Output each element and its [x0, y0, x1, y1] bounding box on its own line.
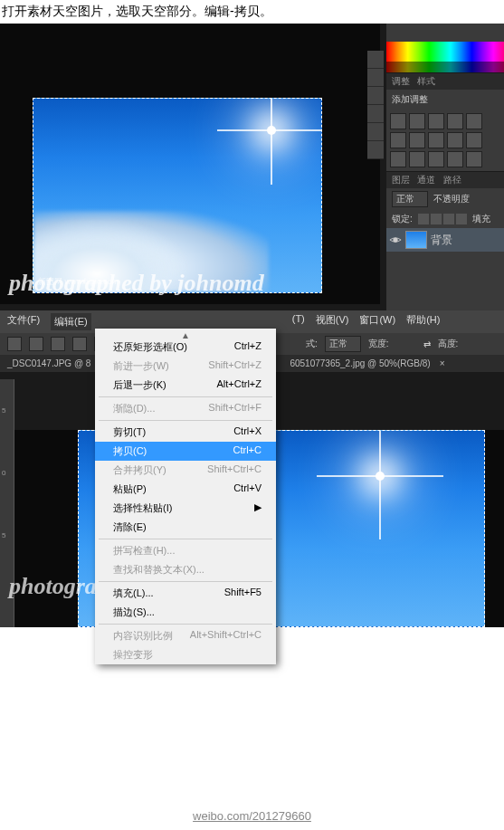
exposure-icon[interactable] — [447, 113, 463, 129]
tab-adjustments[interactable]: 调整 — [392, 76, 410, 86]
menu-window[interactable]: 窗口(W) — [359, 313, 395, 330]
sun-graphic — [267, 126, 276, 135]
selective-icon[interactable] — [466, 151, 482, 167]
sky-image-selected[interactable]: 新图网 www.hipic.com — [33, 98, 322, 293]
style-label: 式: — [306, 338, 318, 350]
lock-position-icon[interactable] — [443, 214, 454, 224]
brightness-icon[interactable] — [390, 113, 406, 129]
selection-new-icon[interactable] — [29, 337, 43, 351]
menu-separator — [99, 420, 272, 421]
menu-separator — [99, 396, 272, 397]
footer: weibo.com/201279660 — [0, 802, 504, 830]
panel-tabs: 调整 样式 — [386, 72, 504, 90]
fill-label: 填充 — [472, 213, 490, 225]
height-label: 高度: — [438, 338, 459, 350]
blend-mode-select[interactable]: 正常 — [392, 191, 428, 207]
edit-menu-dropdown: ▲ 还原矩形选框(O) Ctrl+Z 前进一步(W) Shift+Ctrl+Z … — [95, 329, 276, 664]
ruler-tick: 0 — [0, 469, 14, 477]
footer-url[interactable]: weibo.com/201279660 — [193, 809, 311, 823]
layer-row[interactable]: 背景 — [386, 228, 504, 252]
menu-scroll-up-icon[interactable]: ▲ — [181, 330, 190, 340]
layer-name[interactable]: 背景 — [431, 233, 452, 248]
screenshot-2: 文件(F) 编辑(E) (T) 视图(V) 窗口(W) 帮助(H) 式: 正常 … — [0, 310, 504, 627]
tool-button[interactable] — [367, 87, 384, 105]
menu-file[interactable]: 文件(F) — [7, 313, 40, 330]
menu-fade[interactable]: 渐隐(D)... Shift+Ctrl+F — [95, 399, 276, 418]
opacity-label: 不透明度 — [433, 193, 470, 205]
tool-button[interactable] — [367, 105, 384, 123]
menu-fill[interactable]: 填充(L)... Shift+F5 — [95, 584, 276, 603]
threshold-icon[interactable] — [428, 151, 444, 167]
lock-image-icon[interactable] — [431, 214, 442, 224]
eye-icon[interactable] — [389, 234, 402, 246]
vibrance-icon[interactable] — [466, 113, 482, 129]
posterize-icon[interactable] — [409, 151, 425, 167]
panel-tabs: 图层 通道 路径 — [386, 171, 504, 188]
levels-icon[interactable] — [409, 113, 425, 129]
style-select[interactable]: 正常 — [325, 336, 361, 352]
menu-help[interactable]: 帮助(H) — [406, 313, 440, 330]
menu-puppet-warp[interactable]: 操控变形 — [95, 645, 276, 664]
menu-view[interactable]: 视图(V) — [316, 313, 349, 330]
sun-graphic — [376, 472, 385, 481]
swap-icon[interactable]: ⇄ — [423, 339, 431, 349]
menu-paste-special[interactable]: 选择性粘贴(I) ▶ — [95, 499, 276, 518]
tool-button[interactable] — [367, 51, 384, 69]
menu-copy[interactable]: 拷贝(C) Ctrl+C — [95, 442, 276, 461]
tab-layers[interactable]: 图层 — [392, 175, 410, 185]
tab-document-1[interactable]: _DSC0147.JPG @ 8 — [7, 358, 90, 368]
close-tab-icon[interactable]: × — [440, 358, 445, 368]
menu-step-backward[interactable]: 后退一步(K) Alt+Ctrl+Z — [95, 376, 276, 395]
menu-edit[interactable]: 编辑(E) — [51, 313, 91, 330]
menu-separator — [99, 624, 272, 625]
ruler-tick: 5 — [0, 406, 14, 415]
canvas-area[interactable]: 新图网 www.hipic.com photographed by johnom… — [0, 24, 380, 304]
bw-icon[interactable] — [428, 132, 444, 148]
layer-thumbnail[interactable] — [405, 231, 427, 249]
hue-icon[interactable] — [390, 132, 406, 148]
channelmixer-icon[interactable] — [466, 132, 482, 148]
menu-content-aware[interactable]: 内容识别比例 Alt+Shift+Ctrl+C — [95, 626, 276, 645]
menu-stroke[interactable]: 描边(S)... — [95, 603, 276, 622]
menu-step-forward[interactable]: 前进一步(W) Shift+Ctrl+Z — [95, 357, 276, 376]
menu-find-replace[interactable]: 查找和替换文本(X)... — [95, 560, 276, 579]
ruler-tick: 5 — [0, 531, 14, 539]
gradientmap-icon[interactable] — [447, 151, 463, 167]
menu-copy-merged[interactable]: 合并拷贝(Y) Shift+Ctrl+C — [95, 461, 276, 480]
right-panels: 调整 样式 添加调整 图层 通道 路径 正常 — [386, 24, 504, 310]
selection-add-icon[interactable] — [51, 337, 65, 351]
swatches-row[interactable] — [386, 42, 504, 62]
curves-icon[interactable] — [428, 113, 444, 129]
lock-all-icon[interactable] — [456, 214, 467, 224]
colorbalance-icon[interactable] — [409, 132, 425, 148]
adjustment-icons — [386, 110, 504, 171]
mini-toolstrip — [367, 51, 384, 159]
invert-icon[interactable] — [390, 151, 406, 167]
tab-channels[interactable]: 通道 — [417, 175, 435, 185]
lock-transparency-icon[interactable] — [418, 214, 429, 224]
menu-separator — [99, 539, 272, 539]
tab-paths[interactable]: 路径 — [443, 175, 461, 185]
menu-spell-check[interactable]: 拼写检查(H)... — [95, 541, 276, 560]
adjustments-label: 添加调整 — [386, 90, 504, 110]
menu-paste[interactable]: 粘贴(P) Ctrl+V — [95, 480, 276, 499]
tool-button[interactable] — [367, 141, 384, 159]
tool-button[interactable] — [367, 69, 384, 87]
menu-cut[interactable]: 剪切(T) Ctrl+X — [95, 423, 276, 442]
tab-styles[interactable]: 样式 — [417, 76, 435, 86]
watermark-text: photographed by johnomd — [9, 270, 264, 297]
lock-label: 锁定: — [392, 213, 413, 225]
tab-document-2[interactable]: 6051077365_2.jpg @ 50%(RGB/8) — [290, 358, 430, 368]
menu-clear[interactable]: 清除(E) — [95, 518, 276, 537]
menu-undo-rect[interactable]: 还原矩形选框(O) Ctrl+Z — [95, 338, 276, 357]
menu-type[interactable]: (T) — [292, 313, 305, 330]
photofilter-icon[interactable] — [447, 132, 463, 148]
menu-separator — [99, 581, 272, 582]
swatches-row[interactable] — [386, 62, 504, 72]
tool-button[interactable] — [367, 123, 384, 141]
screenshot-1: 新图网 www.hipic.com photographed by johnom… — [0, 24, 504, 310]
width-label: 宽度: — [368, 338, 389, 350]
instruction-text: 打开素材天空图片，选取天空部分。编辑-拷贝。 — [0, 0, 504, 24]
marquee-tool-icon[interactable] — [7, 337, 22, 351]
selection-subtract-icon[interactable] — [72, 337, 87, 351]
